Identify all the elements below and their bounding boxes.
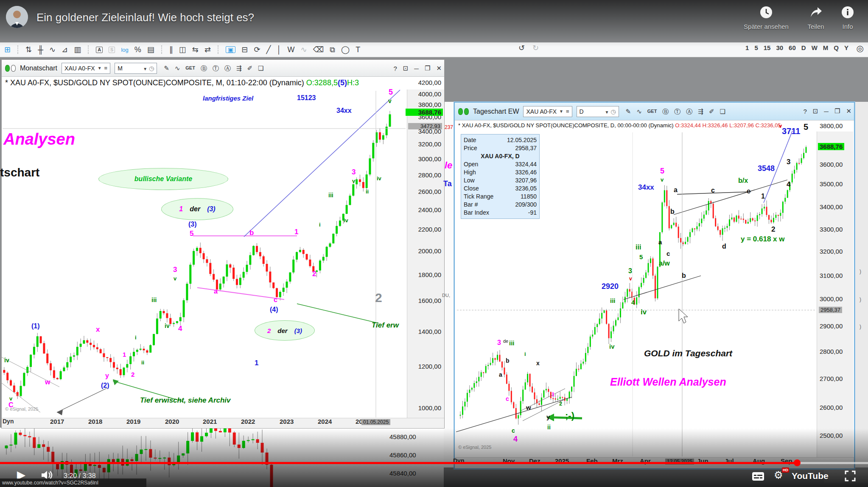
timeframe-30[interactable]: 30 [776,44,783,51]
zigzag-tool-icon[interactable]: W [288,46,295,53]
progress-scrubber[interactable] [794,459,801,466]
symbol-info-line: * XAU A0-FX, $USD/GOLD NY SPOT(OUNCE)COM… [458,122,815,129]
target-icon[interactable]: ◎ [857,43,864,53]
dock-button[interactable]: ⊡ [813,107,818,115]
area-style-icon[interactable]: ⊿ [62,46,68,53]
watch-later-button[interactable]: Später ansehen [741,6,792,30]
refresh-icon[interactable]: ⟳ [254,46,260,53]
interval-combo[interactable]: D ▼ ◷ [577,106,619,117]
timeframe-15[interactable]: 15 [764,44,771,51]
window-title: Monatschart [20,64,57,72]
chart-toolbar: ⊞⇅╫∿⊿▥ASlog%▤∥◫⇆⇄▣⊟⟳╱│W∿⌫⧉◯T [0,42,868,57]
get-button[interactable]: GET [185,66,195,70]
ellipse-tool-icon[interactable]: ◯ [341,46,350,53]
eraser-icon[interactable]: ⌫ [313,46,324,53]
chat-icon[interactable]: ❏ [258,65,263,71]
maximize-button[interactable]: ❐ [834,107,840,115]
table-s-icon[interactable]: S [109,47,115,53]
chart-annotation: v [352,178,355,184]
close-button[interactable]: ✕ [436,64,442,72]
circle-a-icon[interactable]: Ⓐ [686,108,692,115]
vline-tool-icon[interactable]: │ [277,46,281,53]
progress-bar-remaining[interactable] [798,462,868,464]
chart-annotation: 3100,00 [820,272,843,279]
circle-t-icon[interactable]: Ⓣ [674,108,680,115]
dock-button[interactable]: ⊡ [403,64,409,72]
split-horizontal-icon[interactable]: ◫ [179,46,186,53]
symbol-combo[interactable]: XAU A0-FX ▼ ≡ [62,63,110,74]
timeframe-D[interactable]: D [801,44,806,51]
wave-icon[interactable]: ∿ [636,108,642,115]
pointer-mode-icon[interactable]: ▣ [226,46,235,53]
chat-icon[interactable]: ❏ [720,108,725,115]
timeframe-1[interactable]: 1 [745,44,749,51]
wave-tool-icon[interactable]: ∿ [301,46,307,53]
help-button[interactable]: ? [393,65,397,72]
timeframe-Y[interactable]: Y [844,44,848,51]
symbol-combo[interactable]: XAU A0-FX ▼ ≡ [523,106,572,117]
layout-icon[interactable]: ⊟ [241,46,248,53]
split-vertical-icon[interactable]: ∥ [169,46,173,53]
circle-b-icon[interactable]: Ⓑ [662,108,669,115]
subtitles-button[interactable] [752,472,764,483]
duplicate-icon[interactable]: ⧉ [330,46,335,53]
chart-annotation: 3800,00 [820,123,843,129]
chart-annotation: 2800,00 [406,172,441,178]
timeframe-60[interactable]: 60 [789,44,796,51]
info-button[interactable]: Info [822,6,868,30]
fullscreen-button[interactable] [844,470,856,484]
circle-b-icon[interactable]: Ⓑ [201,65,207,71]
new-chart-icon[interactable]: ⊞ [4,46,11,53]
candlestick-style-icon[interactable]: ╫ [38,46,43,53]
minimize-button[interactable]: ─ [824,108,829,115]
timeframe-5[interactable]: 5 [754,44,758,51]
chart-annotation: w [45,379,50,386]
window-titlebar[interactable]: Tageschart EW XAU A0-FX ▼ ≡ D ▼ ◷ ✎∿GETⒷ… [455,103,854,120]
expand-bars-icon[interactable]: ⇆ [192,46,199,53]
youtube-logo[interactable]: YouTube [792,471,829,481]
timeframe-Q[interactable]: Q [834,44,839,51]
text-tool-icon[interactable]: T [356,46,360,53]
progress-bar-played[interactable] [0,462,798,464]
compare-icon[interactable]: ⇶ [236,65,242,71]
channel-avatar[interactable] [6,6,28,28]
help-button[interactable]: ? [803,108,806,115]
table-a-icon[interactable]: A [96,47,103,53]
pencil-icon[interactable]: ✎ [626,108,631,115]
chart-annotation: 45860,00 [389,452,416,458]
percent-scale-icon[interactable]: % [134,46,141,53]
get-button[interactable]: GET [647,109,657,114]
video-title[interactable]: Ein goldener Zieleinlauf! Wie hoch steig… [36,11,254,24]
chart-annotation: 1000,00 [406,405,441,411]
chart-annotation: ii [366,189,369,194]
wave-icon[interactable]: ∿ [175,65,180,71]
minimize-button[interactable]: ─ [414,65,419,72]
chart-annotation: 3000,00 [406,156,441,162]
window-titlebar[interactable]: Monatschart XAU A0-FX ▼ ≡ M ▼ ◷ ✎∿GETⒷⓉⒶ… [2,60,444,77]
chart-annotation: Tief erw [372,322,399,329]
undo-icon[interactable]: ↺ [518,44,525,52]
timeframe-W[interactable]: W [812,44,818,51]
circle-a-icon[interactable]: Ⓐ [224,65,231,71]
price-scale-icon[interactable]: ⇅ [25,46,32,53]
volume-style-icon[interactable]: ▥ [74,46,81,53]
redo-icon[interactable]: ↻ [532,44,539,52]
compress-bars-icon[interactable]: ⇄ [204,46,211,53]
circle-t-icon[interactable]: Ⓣ [213,65,219,71]
grid-settings-icon[interactable]: ▤ [147,46,154,53]
pencil-icon[interactable]: ✎ [164,65,169,71]
chart-annotation: b [506,358,510,364]
log-scale-icon[interactable]: log [121,47,128,53]
close-button[interactable]: ✕ [846,107,851,115]
compare-icon[interactable]: ⇶ [698,108,703,115]
notes-icon[interactable]: ✐ [247,65,253,71]
chart-annotation: 3200,00 [820,248,843,255]
line-style-icon[interactable]: ∿ [49,46,56,53]
chart-annotation: y [546,414,550,420]
timeframe-M[interactable]: M [823,44,829,51]
toolbar-separator [161,45,162,54]
maximize-button[interactable]: ❐ [425,64,430,72]
interval-combo[interactable]: M ▼ ◷ [115,63,157,74]
notes-icon[interactable]: ✐ [709,108,714,115]
trendline-tool-icon[interactable]: ╱ [266,46,271,53]
